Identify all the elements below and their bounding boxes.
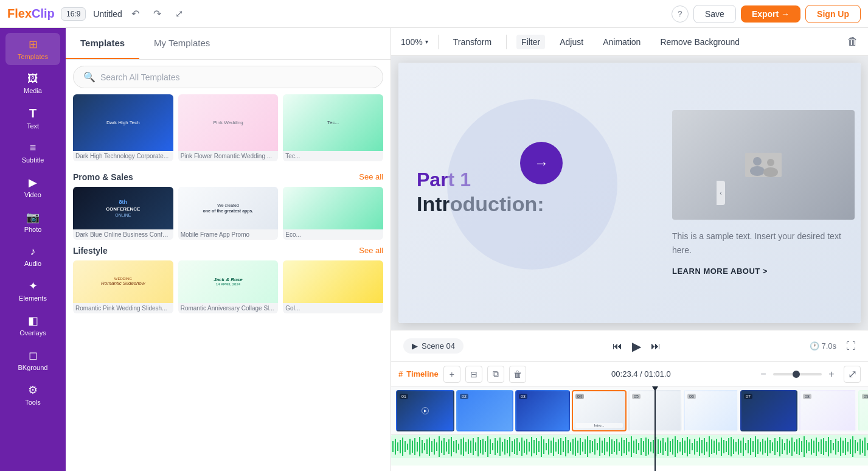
svg-rect-28 — [446, 442, 447, 452]
sidebar-item-tools-label: Tools — [25, 399, 41, 406]
svg-rect-133 — [701, 440, 703, 453]
duplicate-button[interactable]: ⧉ — [487, 366, 504, 383]
list-item[interactable]: Tec... Tec... — [283, 94, 383, 161]
sidebar-item-audio[interactable]: ♪ Audio — [5, 240, 60, 272]
table-row[interactable]: 07 — [740, 390, 797, 431]
list-item[interactable]: Jack & Rose 14 APRIL 2024 Romantic Anniv… — [178, 260, 279, 313]
svg-rect-195 — [852, 436, 853, 457]
adjust-button[interactable]: Adjust — [555, 35, 588, 49]
list-item[interactable]: We created one of the greatest apps. Mob… — [178, 187, 279, 240]
svg-rect-70 — [548, 439, 549, 455]
template-tabs: Templates My Templates — [66, 28, 391, 60]
svg-rect-57 — [516, 438, 518, 455]
svg-rect-85 — [585, 439, 586, 454]
play-button[interactable]: ▶ — [632, 339, 641, 354]
list-item[interactable]: 8th CONFERENCE ONLINE Dark Blue Online B… — [73, 187, 173, 240]
search-input[interactable] — [100, 72, 373, 82]
canvas-circle-bg — [447, 99, 617, 270]
export-button[interactable]: Export → — [741, 5, 800, 23]
template-panel: Templates My Templates 🔍 Dark High Tech … — [66, 28, 391, 471]
video-track: 01 ▶ 02 03 04 — [391, 386, 868, 435]
animation-button[interactable]: Animation — [598, 35, 645, 49]
sidebar-item-bkground[interactable]: ◻ BKground — [5, 344, 60, 376]
sidebar-item-text[interactable]: T Text — [5, 102, 60, 134]
sidebar-item-video[interactable]: ▶ Video — [5, 171, 60, 203]
filter-button[interactable]: Filter — [516, 35, 545, 49]
table-row[interactable]: 08 — [799, 390, 856, 431]
redo-button[interactable]: ↷ — [149, 5, 166, 23]
zoom-out-button[interactable]: − — [756, 367, 771, 382]
svg-rect-25 — [439, 436, 440, 457]
svg-rect-49 — [497, 441, 498, 453]
list-item[interactable]: Gol... — [283, 260, 383, 313]
search-input-wrap[interactable]: 🔍 — [73, 66, 383, 88]
svg-rect-75 — [560, 438, 561, 455]
transform-button[interactable]: Transform — [448, 35, 496, 49]
aspect-ratio-badge[interactable]: 16:9 — [61, 7, 86, 21]
table-row[interactable]: 09 — [858, 390, 868, 431]
zoom-value: 100% — [401, 37, 423, 47]
svg-rect-125 — [682, 438, 683, 455]
svg-rect-118 — [665, 442, 666, 451]
list-item[interactable]: WEDDING Romantic Slideshow Romantic Pink… — [73, 260, 173, 313]
sidebar-item-tools[interactable]: ⚙ Tools — [5, 379, 60, 411]
lifestyle-section-header: Lifestyle See all — [73, 240, 383, 260]
table-row[interactable]: 06 — [684, 390, 738, 431]
svg-rect-37 — [468, 439, 469, 454]
svg-rect-90 — [597, 443, 598, 450]
scene-label: Scene 04 — [422, 341, 455, 351]
tools-icon: ⚙ — [28, 383, 38, 397]
svg-rect-139 — [716, 439, 717, 455]
svg-rect-152 — [748, 440, 749, 453]
expand-timeline-button[interactable]: ⤢ — [844, 366, 861, 383]
zoom-slider[interactable] — [773, 373, 822, 375]
template-card-label: Pink Flower Romantic Wedding ... — [178, 151, 279, 161]
delete-clip-button[interactable]: 🗑 — [509, 366, 526, 383]
list-item[interactable]: Dark High Tech Dark High Technology Corp… — [73, 94, 173, 161]
timeline-label: # Timeline — [398, 369, 439, 379]
sidebar-item-overlays-label: Overlays — [19, 329, 46, 337]
prev-scene-button[interactable]: ⏮ — [613, 341, 622, 352]
zoom-in-button[interactable]: + — [824, 367, 839, 382]
sidebar-item-subtitle[interactable]: ≡ Subtitle — [5, 137, 60, 169]
next-scene-button[interactable]: ⏭ — [651, 341, 661, 352]
sidebar-item-bkground-label: BKground — [18, 364, 48, 371]
svg-rect-190 — [840, 438, 841, 456]
list-item[interactable]: Pink Wedding Pink Flower Romantic Weddin… — [178, 94, 279, 161]
sidebar-item-media[interactable]: 🖼 Media — [5, 68, 60, 99]
svg-rect-100 — [621, 438, 622, 456]
svg-point-4 — [763, 167, 778, 177]
canvas-fullscreen-button[interactable]: ⛶ — [846, 341, 856, 352]
add-timeline-button[interactable]: + — [443, 366, 460, 383]
tab-my-templates[interactable]: My Templates — [139, 28, 224, 59]
table-row[interactable]: 01 ▶ — [396, 390, 454, 431]
lifestyle-see-all-button[interactable]: See all — [359, 246, 383, 255]
delete-button[interactable]: 🗑 — [847, 35, 858, 48]
signup-button[interactable]: Sign Up — [805, 5, 861, 23]
list-item[interactable]: Eco... — [283, 187, 383, 240]
svg-rect-41 — [477, 437, 479, 456]
collapse-panel-button[interactable]: ‹ — [717, 181, 725, 205]
sidebar-item-photo[interactable]: 📷 Photo — [5, 206, 60, 238]
zoom-control[interactable]: 100% ▾ — [401, 37, 428, 47]
table-row[interactable]: 03 — [515, 390, 570, 431]
table-row[interactable]: 04 Intro... — [572, 390, 627, 431]
help-button[interactable]: ? — [672, 5, 689, 23]
svg-rect-62 — [529, 442, 530, 452]
split-button[interactable]: ⊟ — [465, 366, 482, 383]
remove-bg-button[interactable]: Remove Background — [655, 35, 745, 49]
svg-rect-64 — [533, 440, 535, 453]
save-button[interactable]: Save — [693, 5, 736, 23]
person-icon — [745, 153, 782, 177]
svg-rect-170 — [791, 438, 793, 456]
sidebar-item-elements[interactable]: ✦ Elements — [5, 274, 60, 307]
canvas-content: → Part 1 Introduction: — [398, 63, 861, 323]
promo-see-all-button[interactable]: See all — [359, 172, 383, 181]
tab-templates[interactable]: Templates — [66, 28, 139, 59]
sidebar-item-overlays[interactable]: ◧ Overlays — [5, 309, 60, 341]
fullscreen-button[interactable]: ⤢ — [171, 5, 188, 23]
svg-rect-39 — [473, 438, 474, 455]
sidebar-item-templates[interactable]: ⊞ Templates — [5, 33, 60, 65]
undo-button[interactable]: ↶ — [127, 5, 144, 23]
table-row[interactable]: 02 — [456, 390, 513, 431]
